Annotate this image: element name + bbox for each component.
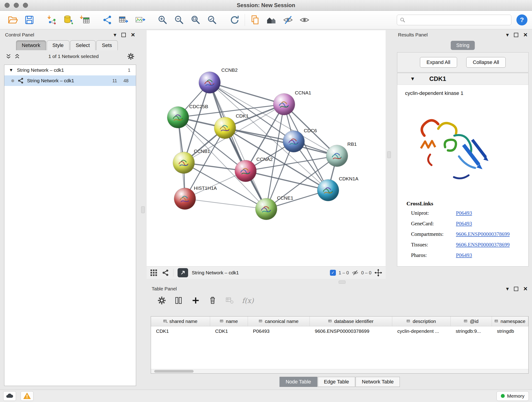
- cell-name[interactable]: CDK1: [210, 328, 248, 334]
- scrollbar-thumb[interactable]: [154, 370, 194, 373]
- search-box[interactable]: [397, 15, 511, 25]
- network-node-ccnb2[interactable]: [199, 72, 220, 93]
- network-node-cdkn1a[interactable]: [317, 179, 339, 201]
- panel-menu-icon[interactable]: ▾: [506, 32, 509, 38]
- splitter-handle-left[interactable]: [141, 206, 145, 213]
- add-column-icon[interactable]: [191, 296, 200, 305]
- zoom-fit-button[interactable]: [187, 12, 204, 27]
- help-button[interactable]: ?: [516, 14, 527, 26]
- import-network-from-database-button[interactable]: [60, 12, 76, 27]
- export-table-button[interactable]: [115, 12, 132, 27]
- network-node-ccna1[interactable]: [273, 94, 295, 115]
- panel-close-icon[interactable]: ✕: [131, 32, 135, 38]
- crosslink-link[interactable]: 9606.ENSP00000378699: [456, 242, 510, 248]
- tab-network[interactable]: Network: [16, 40, 46, 50]
- new-network-button[interactable]: [99, 12, 115, 27]
- columns-icon[interactable]: [174, 296, 183, 305]
- network-collection-row[interactable]: ▼ String Network – cdk1 1: [4, 65, 136, 75]
- panel-menu-icon[interactable]: ▾: [114, 32, 116, 38]
- tab-network-table[interactable]: Network Table: [355, 377, 400, 387]
- cell-canonical-name[interactable]: P06493: [248, 328, 310, 334]
- column-header-id[interactable]: @id: [451, 317, 492, 326]
- splitter-handle-right[interactable]: [387, 151, 391, 158]
- tab-node-table[interactable]: Node Table: [279, 377, 317, 387]
- zoom-selected-button[interactable]: [204, 12, 220, 27]
- crosslink-link[interactable]: 9606.ENSP00000378699: [456, 231, 510, 237]
- gear-icon[interactable]: [127, 52, 135, 60]
- panel-float-icon[interactable]: [514, 287, 518, 291]
- cell-id[interactable]: stringdb:9...: [451, 328, 492, 334]
- cell-database-identifier[interactable]: 9606.ENSP00000378699: [310, 328, 392, 334]
- cloud-button[interactable]: [3, 391, 16, 401]
- panel-float-icon[interactable]: [121, 33, 126, 37]
- export-image-button[interactable]: [132, 12, 148, 27]
- hidden-eye-icon[interactable]: [352, 269, 359, 276]
- zoom-in-button[interactable]: [154, 12, 171, 27]
- network-row-selected[interactable]: String Network – cdk1 11 48: [4, 75, 136, 86]
- network-node-ccnb1[interactable]: [173, 152, 195, 173]
- cell-shared-name[interactable]: CDK1: [151, 328, 210, 334]
- birds-eye-view-button[interactable]: [150, 269, 158, 277]
- zoom-out-button[interactable]: [171, 12, 187, 27]
- search-input[interactable]: [407, 17, 508, 23]
- network-canvas[interactable]: CCNB2CCNA1CDC25BCDK1CDC6RB1CCNB1CCNA2CDK…: [147, 30, 386, 266]
- save-session-button[interactable]: [21, 12, 38, 27]
- string-tab-badge[interactable]: String: [451, 41, 475, 50]
- memory-button[interactable]: Memory: [496, 391, 529, 401]
- import-network-from-file-button[interactable]: [44, 12, 60, 27]
- section-collapse-icon[interactable]: ▼: [410, 76, 415, 82]
- panel-float-icon[interactable]: [514, 33, 518, 37]
- selected-nodes-checkbox-icon[interactable]: ✓: [330, 270, 336, 276]
- open-session-button[interactable]: [5, 12, 21, 27]
- warnings-button[interactable]: [21, 391, 33, 401]
- collapse-all-icon[interactable]: [6, 53, 12, 59]
- panel-close-icon[interactable]: ✕: [523, 286, 528, 292]
- crosslink-link[interactable]: P06493: [456, 221, 472, 226]
- crosslink-link[interactable]: P06493: [456, 210, 472, 216]
- splitter-handle-bottom[interactable]: [339, 281, 346, 284]
- selection-summary: 1 of 1 Network selected: [23, 54, 124, 59]
- network-overview-button[interactable]: [162, 269, 169, 276]
- collapse-all-button[interactable]: Collapse All: [466, 57, 506, 68]
- column-header-shared-name[interactable]: shared name: [151, 317, 210, 326]
- gear-icon[interactable]: [157, 296, 166, 305]
- column-header-database-identifier[interactable]: database identifier: [310, 317, 392, 326]
- crosslink-link[interactable]: P06493: [456, 252, 472, 258]
- column-header-name[interactable]: name: [210, 317, 248, 326]
- tab-select[interactable]: Select: [70, 40, 95, 50]
- column-header-description[interactable]: description: [392, 317, 451, 326]
- column-header-namespace[interactable]: namespace: [492, 317, 528, 326]
- panel-close-icon[interactable]: ✕: [523, 32, 528, 38]
- panel-menu-icon[interactable]: ▾: [506, 286, 509, 292]
- network-node-ccne1[interactable]: [255, 198, 277, 220]
- network-node-cdc6[interactable]: [283, 131, 304, 152]
- network-node-cdc25b[interactable]: [167, 107, 189, 128]
- move-crosshair-icon[interactable]: [374, 269, 382, 277]
- tab-sets[interactable]: Sets: [96, 40, 118, 50]
- import-table-from-file-button[interactable]: [76, 12, 93, 27]
- overview-button[interactable]: [263, 12, 280, 27]
- expand-all-button[interactable]: Expand All: [420, 57, 457, 68]
- cell-namespace[interactable]: stringdb: [492, 328, 528, 334]
- table-row[interactable]: CDK1 CDK1 P06493 9606.ENSP00000378699 cy…: [151, 326, 528, 336]
- network-node-ccna2[interactable]: [235, 160, 256, 182]
- network-node-hist1h1a[interactable]: [174, 188, 196, 210]
- network-node-cdk1[interactable]: [214, 117, 236, 139]
- network-node-rb1[interactable]: [326, 145, 348, 167]
- edges-counter: 0 – 0: [361, 270, 371, 275]
- copy-button[interactable]: [247, 12, 263, 27]
- open-in-window-button[interactable]: [177, 268, 188, 277]
- tree-expander-icon[interactable]: ▼: [9, 68, 13, 73]
- hide-graphics-details-button[interactable]: [280, 12, 296, 27]
- delete-column-icon[interactable]: [208, 296, 217, 305]
- node-table[interactable]: shared name name canonical name database…: [151, 316, 529, 374]
- expand-all-icon[interactable]: [14, 53, 20, 59]
- column-header-canonical-name[interactable]: canonical name: [248, 317, 310, 326]
- show-graphics-details-button[interactable]: [296, 12, 313, 27]
- gene-section-header[interactable]: ▼ CDK1: [397, 73, 528, 85]
- horizontal-scrollbar[interactable]: [151, 369, 528, 373]
- refresh-button[interactable]: [226, 12, 243, 27]
- cell-description[interactable]: cyclin-dependent ...: [392, 328, 451, 334]
- tab-style[interactable]: Style: [47, 40, 70, 50]
- tab-edge-table[interactable]: Edge Table: [318, 377, 355, 387]
